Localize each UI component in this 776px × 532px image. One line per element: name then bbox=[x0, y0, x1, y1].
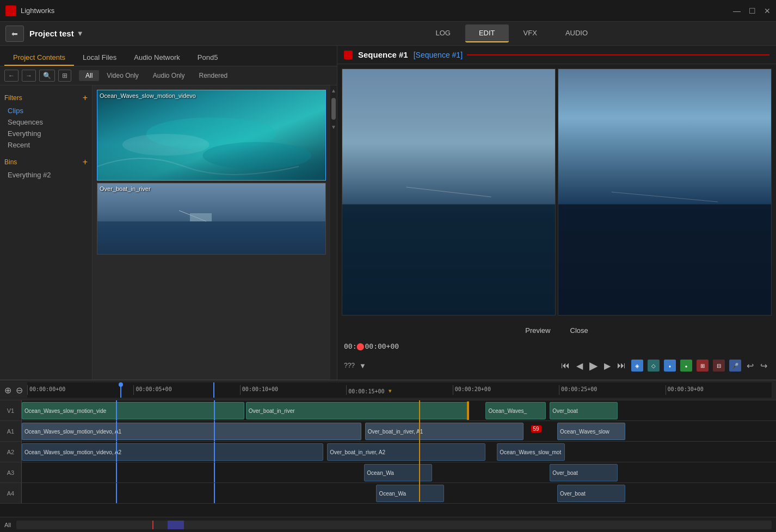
track-content-a1: Ocean_Waves_slow_motion_videvo, A1 Over_… bbox=[22, 421, 776, 441]
tab-edit[interactable]: EDIT bbox=[465, 24, 509, 42]
tclip-a1-1[interactable]: Ocean_Waves_slow_motion_videvo, A1 bbox=[22, 423, 361, 440]
all-label: All bbox=[4, 522, 11, 528]
tclip-a1-2[interactable]: Over_boat_in_river, A1 bbox=[365, 423, 524, 440]
filter-audio-only[interactable]: Audio Only bbox=[146, 70, 192, 81]
nav-back-btn[interactable]: ← bbox=[4, 70, 19, 82]
tclip-a4-2[interactable]: Over_boat bbox=[557, 485, 625, 502]
preview-btn[interactable]: Preview bbox=[521, 324, 555, 337]
back-button[interactable]: ⬅ bbox=[5, 26, 24, 42]
a4-playhead-1 bbox=[116, 483, 117, 503]
tab-audio-network[interactable]: Audio Network bbox=[125, 50, 189, 66]
zoom-in-btn[interactable]: ⊕ bbox=[4, 385, 11, 395]
track-content-v1: Ocean_Waves_slow_motion_vide Over_boat_i… bbox=[22, 400, 776, 420]
sidebar-item-everything[interactable]: Everything bbox=[4, 128, 88, 139]
clip-ocean-waves[interactable]: Ocean_Waves_slow_motion_videvo bbox=[97, 90, 326, 181]
transport-icon-5[interactable]: ⊞ bbox=[697, 360, 709, 372]
tclip-v1-3[interactable]: Ocean_Waves_ bbox=[485, 402, 546, 419]
svg-rect-12 bbox=[558, 205, 771, 315]
viewer-panel: Sequence #1 [Sequence #1] bbox=[337, 46, 776, 380]
tclip-a3-2[interactable]: Over_boat bbox=[550, 464, 618, 481]
transport-undo[interactable]: ↩ bbox=[744, 360, 756, 372]
minimize-btn[interactable]: — bbox=[733, 7, 741, 15]
transport-skip-start[interactable]: ⏮ bbox=[559, 360, 572, 372]
tclip-v1-2[interactable]: Over_boat_in_river bbox=[246, 402, 469, 419]
transport-icon-6[interactable]: ⊟ bbox=[713, 360, 725, 372]
clips-scrollbar[interactable]: ▲ ▼ bbox=[330, 85, 337, 380]
transport-bar: ??? ▼ ⏮ ◀ ▶ ▶ ⏭ ◈ ◇ ⬧ ⬥ ⊞ ⊟ 🎤 ↩ ↪ bbox=[344, 356, 769, 375]
transport-play[interactable]: ▶ bbox=[587, 358, 600, 373]
filter-all[interactable]: All bbox=[79, 70, 99, 81]
clip-end-marker bbox=[467, 401, 469, 420]
add-filter-btn[interactable]: + bbox=[83, 93, 88, 103]
scroll-thumb[interactable] bbox=[331, 98, 336, 120]
tab-project-contents[interactable]: Project Contents bbox=[4, 50, 74, 66]
mini-playhead[interactable] bbox=[168, 521, 184, 529]
transport-prev[interactable]: ◀ bbox=[574, 360, 585, 372]
clip-boat-river[interactable]: Over_boat_in_river bbox=[97, 183, 326, 255]
maximize-btn[interactable]: ☐ bbox=[749, 7, 756, 15]
ruler-mark-1: 00:00:05+00 bbox=[133, 385, 239, 395]
timeline-header: ⊕ ⊖ 00:00:00+00 00:00:05+00 00:00:10+00 … bbox=[0, 380, 776, 400]
window-controls[interactable]: — ☐ ✕ bbox=[733, 7, 771, 15]
tab-local-files[interactable]: Local Files bbox=[74, 50, 125, 66]
transport-label: ??? bbox=[344, 362, 355, 369]
sidebar-item-clips[interactable]: Clips bbox=[4, 105, 88, 116]
svg-point-3 bbox=[202, 142, 311, 169]
svg-point-2 bbox=[122, 134, 210, 156]
a3-playhead-2 bbox=[214, 462, 215, 482]
search-btn[interactable]: 🔍 bbox=[39, 70, 55, 82]
tab-vfx[interactable]: VFX bbox=[510, 24, 551, 42]
viewer-controls: Preview Close 00:⬤00:00+00 ??? ▼ ⏮ ◀ ▶ ▶… bbox=[337, 320, 776, 380]
transport-icon-4[interactable]: ⬥ bbox=[680, 360, 692, 372]
tclip-a3-1[interactable]: Ocean_Wa bbox=[364, 464, 432, 481]
transport-mic-icon[interactable]: 🎤 bbox=[729, 360, 741, 372]
app-icon bbox=[5, 5, 16, 16]
ruler-mark-5: 00:00:25+00 bbox=[559, 385, 665, 395]
transport-icon-3[interactable]: ⬧ bbox=[664, 360, 676, 372]
view-toggle-btn[interactable]: ⊞ bbox=[58, 70, 71, 82]
sidebar: Filters + Clips Sequences Everything Rec… bbox=[0, 85, 93, 380]
track-a2: A2 Ocean_Waves_slow_motion_videvo, A2 Ov… bbox=[0, 442, 776, 462]
sidebar-item-everything2[interactable]: Everything #2 bbox=[4, 169, 88, 181]
tab-audio[interactable]: AUDIO bbox=[552, 24, 601, 42]
transport-icon-1[interactable]: ◈ bbox=[631, 360, 643, 372]
zoom-out-btn[interactable]: ⊖ bbox=[16, 385, 23, 395]
tab-log[interactable]: LOG bbox=[422, 24, 464, 42]
transport-dropdown-icon[interactable]: ▼ bbox=[359, 362, 366, 370]
left-panel: Project Contents Local Files Audio Netwo… bbox=[0, 46, 337, 380]
ruler-mark-4: 00:00:20+00 bbox=[453, 385, 559, 395]
transport-icon-2[interactable]: ◇ bbox=[648, 360, 660, 372]
tab-pond5[interactable]: Pond5 bbox=[189, 50, 227, 66]
filter-rendered[interactable]: Rendered bbox=[193, 70, 235, 81]
track-content-a4: Ocean_Wa Over_boat bbox=[22, 483, 776, 503]
sidebar-item-sequences[interactable]: Sequences bbox=[4, 116, 88, 128]
filter-video-only[interactable]: Video Only bbox=[100, 70, 145, 81]
bins-label: Bins bbox=[4, 158, 17, 166]
tclip-a4-1[interactable]: Ocean_Wa bbox=[376, 485, 444, 502]
track-a3: A3 Ocean_Wa Over_boat bbox=[0, 462, 776, 483]
tclip-a2-3[interactable]: Ocean_Waves_slow_mot bbox=[497, 443, 565, 461]
close-viewer-btn[interactable]: Close bbox=[566, 324, 593, 337]
tclip-v1-4[interactable]: Over_boat bbox=[550, 402, 618, 419]
ruler-mark-0: 00:00:00+00 bbox=[27, 385, 133, 395]
sidebar-item-recent[interactable]: Recent bbox=[4, 139, 88, 151]
tclip-a2-1[interactable]: Ocean_Waves_slow_motion_videvo, A2 bbox=[22, 443, 323, 461]
tclip-a2-2[interactable]: Over_boat_in_river, A2 bbox=[327, 443, 485, 461]
nav-forward-btn[interactable]: → bbox=[22, 70, 36, 82]
panel-toolbar: ← → 🔍 ⊞ All Video Only Audio Only Render… bbox=[0, 66, 337, 85]
timeline-bottom: All bbox=[0, 517, 776, 532]
track-content-a2: Ocean_Waves_slow_motion_videvo, A2 Over_… bbox=[22, 442, 776, 462]
transport-redo[interactable]: ↪ bbox=[758, 360, 769, 372]
timecode-marker: ⬤ bbox=[356, 342, 365, 350]
project-dropdown-icon[interactable]: ▼ bbox=[77, 29, 84, 38]
close-btn[interactable]: ✕ bbox=[764, 7, 771, 15]
transport-next[interactable]: ▶ bbox=[602, 360, 613, 372]
mini-ruler[interactable] bbox=[16, 521, 772, 529]
track-label-a3: A3 bbox=[0, 462, 22, 482]
tclip-a1-3[interactable]: Ocean_Waves_slow bbox=[557, 423, 625, 440]
mini-marker bbox=[152, 521, 153, 529]
transport-skip-end[interactable]: ⏭ bbox=[615, 360, 628, 372]
tclip-v1-1[interactable]: Ocean_Waves_slow_motion_vide bbox=[22, 402, 244, 419]
clip-thumbnail bbox=[97, 90, 325, 180]
add-bin-btn[interactable]: + bbox=[83, 157, 88, 167]
